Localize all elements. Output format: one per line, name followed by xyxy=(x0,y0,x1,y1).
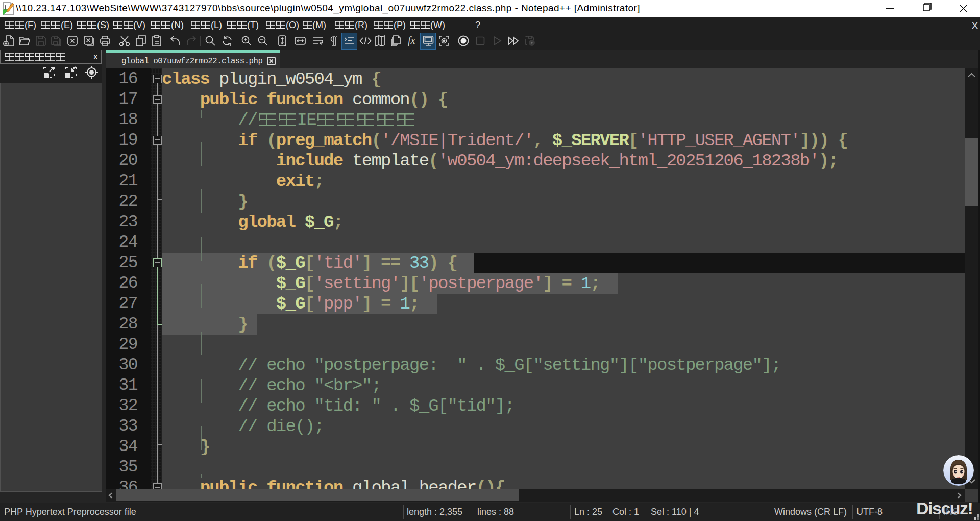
svg-text:fx: fx xyxy=(408,35,415,46)
